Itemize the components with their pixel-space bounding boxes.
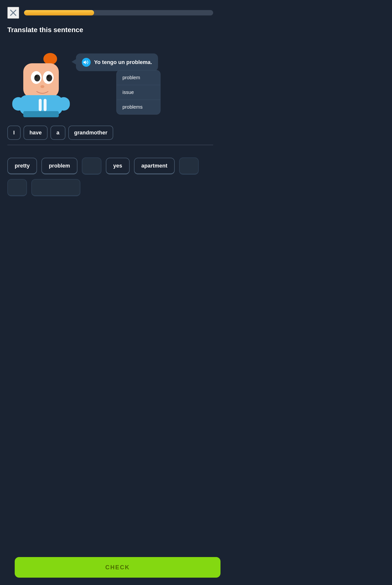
speech-bubble-wrapper: Yo tengo un problema. problem issue prob… — [76, 54, 158, 71]
answer-word-grandmother[interactable]: grandmother — [68, 126, 114, 140]
svg-rect-13 — [44, 99, 46, 111]
svg-point-8 — [35, 75, 37, 78]
answer-word-i[interactable]: I — [7, 126, 20, 140]
svg-point-10 — [40, 85, 44, 88]
word-chip-empty-3 — [7, 179, 27, 196]
progress-bar-fill — [24, 10, 94, 16]
character — [10, 46, 71, 117]
svg-point-9 — [47, 75, 49, 78]
word-chip-empty-1 — [82, 157, 102, 175]
word-chip-yes[interactable]: yes — [106, 158, 130, 174]
svg-rect-14 — [12, 97, 24, 111]
svg-point-2 — [43, 53, 57, 65]
svg-rect-12 — [39, 99, 42, 111]
dropdown-item-problems[interactable]: problems — [116, 100, 160, 114]
speech-bubble[interactable]: Yo tengo un problema. — [76, 54, 158, 71]
word-chip-empty-4 — [31, 179, 80, 196]
word-chip-pretty[interactable]: pretty — [7, 158, 37, 174]
header — [0, 0, 220, 24]
answer-word-a[interactable]: a — [50, 126, 65, 140]
word-bank-area: pretty problem yes apartment — [0, 145, 220, 196]
word-chip-apartment[interactable]: apartment — [134, 158, 175, 174]
answer-area: I have a grandmother — [7, 120, 213, 145]
check-button[interactable]: CHECK — [15, 557, 220, 578]
close-button[interactable] — [7, 7, 19, 19]
svg-point-6 — [34, 75, 40, 81]
speech-text: Yo tengo un problema. — [94, 59, 152, 66]
answer-word-have[interactable]: have — [24, 126, 48, 140]
dropdown-item-problem[interactable]: problem — [116, 70, 160, 85]
svg-rect-16 — [23, 111, 59, 117]
word-chip-problem[interactable]: problem — [42, 158, 78, 174]
svg-rect-15 — [58, 97, 70, 111]
character-area: Yo tengo un problema. problem issue prob… — [0, 41, 220, 120]
word-dropdown: problem issue problems — [116, 70, 160, 115]
sound-icon[interactable] — [82, 58, 91, 67]
word-chip-empty-2 — [179, 157, 199, 175]
svg-point-7 — [46, 75, 52, 81]
page-title: Translate this sentence — [0, 24, 220, 41]
dropdown-item-issue[interactable]: issue — [116, 85, 160, 100]
progress-bar-container — [24, 10, 213, 16]
